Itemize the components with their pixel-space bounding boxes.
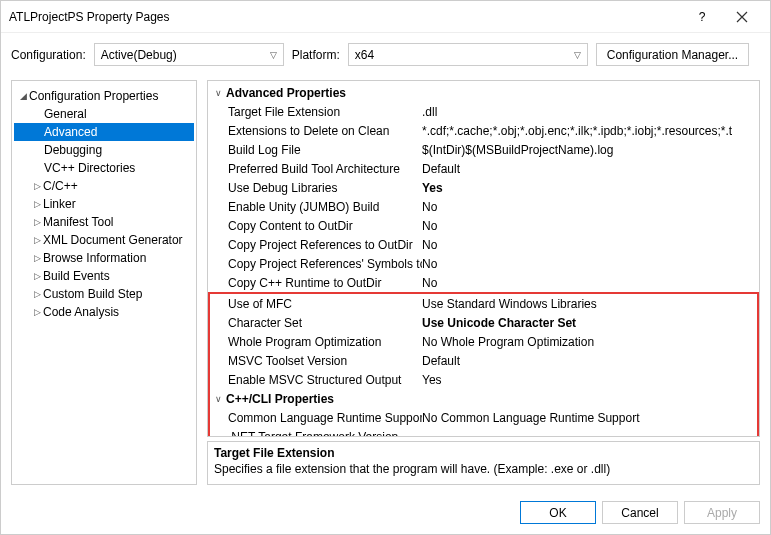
property-value: .dll	[422, 105, 757, 119]
apply-button[interactable]: Apply	[684, 501, 760, 524]
description-panel: Target File Extension Specifies a file e…	[207, 441, 760, 485]
cancel-button[interactable]: Cancel	[602, 501, 678, 524]
tree-item[interactable]: ▷Code Analysis	[14, 303, 194, 321]
configuration-manager-button[interactable]: Configuration Manager...	[596, 43, 749, 66]
chevron-down-icon: ◢	[18, 91, 28, 101]
config-toolbar: Configuration: Active(Debug) ▽ Platform:…	[1, 33, 770, 80]
property-value: No	[422, 238, 757, 252]
property-row[interactable]: Extensions to Delete on Clean*.cdf;*.cac…	[210, 121, 757, 140]
tree-item-label: Custom Build Step	[43, 287, 142, 301]
category-row[interactable]: ∨C++/CLI Properties	[210, 389, 757, 408]
tree-item[interactable]: ▷XML Document Generator	[14, 231, 194, 249]
tree-item[interactable]: Advanced	[14, 123, 194, 141]
property-row[interactable]: Copy C++ Runtime to OutDirNo	[210, 273, 757, 292]
property-row[interactable]: Preferred Build Tool ArchitectureDefault	[210, 159, 757, 178]
configuration-combo[interactable]: Active(Debug) ▽	[94, 43, 284, 66]
property-key: Whole Program Optimization	[210, 335, 422, 349]
property-row[interactable]: Character SetUse Unicode Character Set	[210, 313, 757, 332]
window-title: ATLProjectPS Property Pages	[9, 10, 170, 24]
property-row[interactable]: Enable MSVC Structured OutputYes	[210, 370, 757, 389]
property-grid[interactable]: ∨Advanced PropertiesTarget File Extensio…	[207, 80, 760, 437]
help-button[interactable]: ?	[682, 1, 722, 33]
property-row[interactable]: Copy Content to OutDirNo	[210, 216, 757, 235]
chevron-right-icon: ▷	[32, 199, 42, 209]
property-row[interactable]: MSVC Toolset VersionDefault	[210, 351, 757, 370]
chevron-down-icon: ▽	[574, 50, 581, 60]
property-row[interactable]: Common Language Runtime SupportNo Common…	[210, 408, 757, 427]
property-value: $(IntDir)$(MSBuildProjectName).log	[422, 143, 757, 157]
chevron-right-icon: ▷	[32, 217, 42, 227]
property-value: Default	[422, 162, 757, 176]
property-row[interactable]: Use Debug LibrariesYes	[210, 178, 757, 197]
chevron-down-icon: ▽	[270, 50, 277, 60]
platform-value: x64	[355, 48, 374, 62]
nav-tree[interactable]: ◢Configuration PropertiesGeneralAdvanced…	[11, 80, 197, 485]
tree-item[interactable]: General	[14, 105, 194, 123]
property-key: Copy Project References to OutDir	[210, 238, 422, 252]
tree-item[interactable]: Debugging	[14, 141, 194, 159]
tree-item[interactable]: VC++ Directories	[14, 159, 194, 177]
chevron-right-icon: ▷	[32, 307, 42, 317]
platform-label: Platform:	[292, 48, 340, 62]
highlighted-region: Use of MFCUse Standard Windows Libraries…	[208, 292, 759, 437]
property-key: Enable Unity (JUMBO) Build	[210, 200, 422, 214]
property-row[interactable]: Build Log File$(IntDir)$(MSBuildProjectN…	[210, 140, 757, 159]
tree-item[interactable]: ▷Linker	[14, 195, 194, 213]
category-row[interactable]: ∨Advanced Properties	[210, 83, 757, 102]
property-row[interactable]: Enable Unity (JUMBO) BuildNo	[210, 197, 757, 216]
tree-item-label: XML Document Generator	[43, 233, 183, 247]
tree-item-label: Browse Information	[43, 251, 146, 265]
property-key: Use Debug Libraries	[210, 181, 422, 195]
property-row[interactable]: Copy Project References' Symbols to OutD…	[210, 254, 757, 273]
configuration-label: Configuration:	[11, 48, 86, 62]
property-key: Copy C++ Runtime to OutDir	[210, 276, 422, 290]
property-key: MSVC Toolset Version	[210, 354, 422, 368]
property-value: No	[422, 200, 757, 214]
property-key: Enable MSVC Structured Output	[210, 373, 422, 387]
property-value: No	[422, 276, 757, 290]
chevron-right-icon: ▷	[32, 253, 42, 263]
tree-item-label: Code Analysis	[43, 305, 119, 319]
category-title: Advanced Properties	[226, 86, 438, 100]
property-key: Copy Project References' Symbols to OutD…	[210, 257, 422, 271]
tree-item[interactable]: ▷Manifest Tool	[14, 213, 194, 231]
chevron-down-icon: ∨	[212, 88, 224, 98]
platform-combo[interactable]: x64 ▽	[348, 43, 588, 66]
description-text: Specifies a file extension that the prog…	[214, 462, 753, 476]
tree-item[interactable]: ▷Custom Build Step	[14, 285, 194, 303]
property-key: Preferred Build Tool Architecture	[210, 162, 422, 176]
tree-item-label: Configuration Properties	[29, 89, 158, 103]
property-key: Build Log File	[210, 143, 422, 157]
title-bar: ATLProjectPS Property Pages ?	[1, 1, 770, 33]
close-icon	[736, 11, 748, 23]
property-row[interactable]: .NET Target Framework Version	[210, 427, 757, 437]
property-value: Yes	[422, 181, 757, 195]
close-button[interactable]	[722, 1, 762, 33]
chevron-right-icon: ▷	[32, 271, 42, 281]
property-key: Copy Content to OutDir	[210, 219, 422, 233]
tree-item-label: Linker	[43, 197, 76, 211]
property-value: Use Standard Windows Libraries	[422, 297, 757, 311]
property-value: No	[422, 257, 757, 271]
property-row[interactable]: Use of MFCUse Standard Windows Libraries	[210, 294, 757, 313]
property-key: .NET Target Framework Version	[210, 430, 422, 438]
tree-item[interactable]: ▷Browse Information	[14, 249, 194, 267]
description-title: Target File Extension	[214, 446, 753, 460]
property-value: No Whole Program Optimization	[422, 335, 757, 349]
dialog-footer: OK Cancel Apply	[1, 491, 770, 534]
property-key: Common Language Runtime Support	[210, 411, 422, 425]
tree-item-label: Build Events	[43, 269, 110, 283]
property-value: *.cdf;*.cache;*.obj;*.obj.enc;*.ilk;*.ip…	[422, 124, 757, 138]
ok-button[interactable]: OK	[520, 501, 596, 524]
chevron-right-icon: ▷	[32, 289, 42, 299]
tree-item-label: VC++ Directories	[44, 161, 135, 175]
property-row[interactable]: Target File Extension.dll	[210, 102, 757, 121]
tree-item[interactable]: ▷Build Events	[14, 267, 194, 285]
property-value: Yes	[422, 373, 757, 387]
tree-item[interactable]: ▷C/C++	[14, 177, 194, 195]
tree-item[interactable]: ◢Configuration Properties	[14, 87, 194, 105]
chevron-right-icon: ▷	[32, 235, 42, 245]
configuration-value: Active(Debug)	[101, 48, 177, 62]
property-row[interactable]: Copy Project References to OutDirNo	[210, 235, 757, 254]
property-row[interactable]: Whole Program OptimizationNo Whole Progr…	[210, 332, 757, 351]
